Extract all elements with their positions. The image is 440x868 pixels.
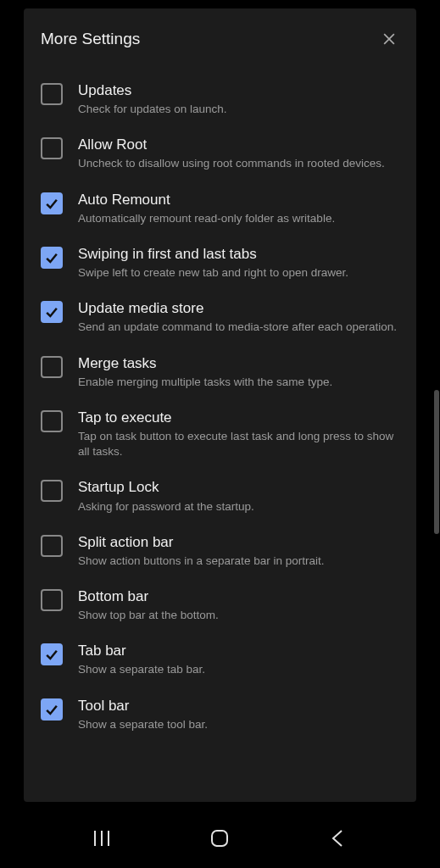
dialog-title: More Settings (41, 30, 140, 48)
scrollbar-thumb[interactable] (434, 390, 439, 534)
setting-text: Startup Lock Asking for password at the … (78, 478, 399, 514)
checkbox-update-media-store[interactable] (41, 301, 63, 323)
home-button[interactable] (203, 821, 237, 855)
setting-title: Tap to execute (78, 409, 399, 427)
setting-text: Tap to execute Tap on task button to exe… (78, 409, 399, 460)
settings-list[interactable]: Updates Check for updates on launch. All… (41, 73, 399, 743)
recent-apps-icon (91, 829, 113, 848)
svg-rect-5 (212, 831, 227, 846)
checkbox-updates[interactable] (41, 83, 63, 105)
checkbox-tap-to-execute[interactable] (41, 410, 63, 432)
setting-title: Split action bar (78, 533, 399, 552)
setting-text: Tool bar Show a separate tool bar. (78, 697, 399, 732)
setting-startup-lock[interactable]: Startup Lock Asking for password at the … (41, 470, 399, 524)
checkbox-split-action-bar[interactable] (41, 535, 63, 557)
setting-title: Updates (78, 81, 399, 100)
check-icon (43, 646, 60, 663)
checkbox-bottom-bar[interactable] (41, 589, 63, 611)
setting-title: Auto Remount (78, 191, 399, 209)
setting-title: Startup Lock (78, 478, 399, 497)
check-icon (43, 195, 60, 212)
setting-text: Split action bar Show action buttons in … (78, 533, 399, 569)
checkbox-allow-root[interactable] (41, 137, 63, 159)
setting-split-action-bar[interactable]: Split action bar Show action buttons in … (41, 525, 399, 579)
close-icon (381, 31, 398, 47)
setting-description: Tap on task button to execute last task … (78, 429, 399, 459)
setting-update-media-store[interactable]: Update media store Send an update comman… (41, 291, 399, 345)
setting-swiping-tabs[interactable]: Swiping in first and last tabs Swipe lef… (41, 236, 399, 291)
checkbox-tab-bar[interactable] (41, 643, 63, 665)
home-icon (209, 827, 231, 849)
setting-text: Bottom bar Show top bar at the bottom. (78, 587, 399, 623)
setting-tap-to-execute[interactable]: Tap to execute Tap on task button to exe… (41, 400, 399, 470)
check-icon (43, 303, 60, 320)
checkbox-merge-tasks[interactable] (41, 356, 63, 378)
checkbox-tool-bar[interactable] (41, 698, 63, 721)
setting-description: Enable merging multiple tasks with the s… (78, 375, 399, 390)
setting-title: Tool bar (78, 697, 399, 715)
setting-bottom-bar[interactable]: Bottom bar Show top bar at the bottom. (41, 579, 399, 633)
check-icon (43, 701, 60, 718)
setting-text: Swiping in first and last tabs Swipe lef… (78, 245, 399, 281)
setting-description: Asking for password at the startup. (78, 499, 399, 515)
setting-title: Tab bar (78, 642, 399, 660)
setting-text: Update media store Send an update comman… (78, 299, 399, 335)
setting-text: Merge tasks Enable merging multiple task… (78, 354, 399, 390)
setting-allow-root[interactable]: Allow Root Uncheck to disallow using roo… (41, 127, 399, 181)
setting-tab-bar[interactable]: Tab bar Show a separate tab bar. (41, 633, 399, 687)
navigation-bar (0, 809, 440, 868)
settings-dialog: More Settings Updates Check for updates … (24, 8, 416, 802)
setting-description: Show top bar at the bottom. (78, 608, 399, 623)
check-icon (43, 249, 60, 266)
setting-text: Allow Root Uncheck to disallow using roo… (78, 136, 399, 171)
setting-description: Send an update command to media-store af… (78, 320, 399, 335)
setting-title: Merge tasks (78, 354, 399, 373)
close-button[interactable] (379, 29, 399, 49)
setting-description: Swipe left to create new tab and right t… (78, 265, 399, 281)
setting-auto-remount[interactable]: Auto Remount Automatically remount read-… (41, 182, 399, 236)
setting-title: Allow Root (78, 136, 399, 154)
setting-description: Show a separate tab bar. (78, 662, 399, 677)
setting-description: Show a separate tool bar. (78, 717, 399, 732)
setting-description: Show action buttons in a separate bar in… (78, 554, 399, 569)
setting-text: Tab bar Show a separate tab bar. (78, 642, 399, 677)
setting-description: Automatically remount read-only folder a… (78, 211, 399, 226)
setting-text: Updates Check for updates on launch. (78, 81, 399, 117)
setting-title: Bottom bar (78, 587, 399, 606)
checkbox-swiping-tabs[interactable] (41, 247, 63, 269)
dialog-header: More Settings (41, 29, 399, 49)
setting-tool-bar[interactable]: Tool bar Show a separate tool bar. (41, 688, 399, 743)
back-button[interactable] (321, 821, 355, 855)
setting-title: Update media store (78, 299, 399, 318)
setting-updates[interactable]: Updates Check for updates on launch. (41, 73, 399, 127)
back-icon (330, 828, 347, 849)
setting-merge-tasks[interactable]: Merge tasks Enable merging multiple task… (41, 346, 399, 400)
recent-apps-button[interactable] (85, 821, 119, 855)
setting-description: Check for updates on launch. (78, 102, 399, 117)
setting-text: Auto Remount Automatically remount read-… (78, 191, 399, 226)
checkbox-auto-remount[interactable] (41, 192, 63, 214)
checkbox-startup-lock[interactable] (41, 480, 63, 502)
setting-description: Uncheck to disallow using root commands … (78, 156, 399, 171)
setting-title: Swiping in first and last tabs (78, 245, 399, 264)
